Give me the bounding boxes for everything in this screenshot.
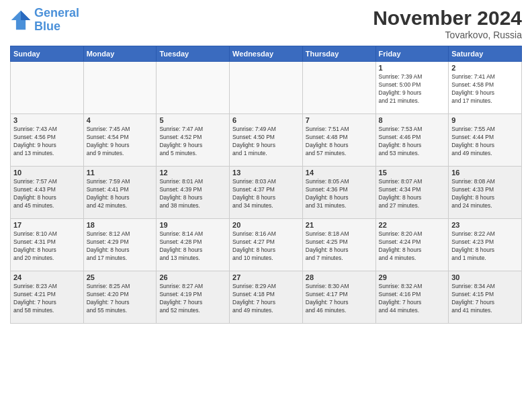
col-tuesday: Tuesday (157, 46, 230, 62)
day-info: Sunrise: 8:34 AMSunset: 4:15 PMDaylight:… (451, 283, 519, 315)
day-number: 12 (159, 169, 226, 177)
day-number: 1 (379, 64, 446, 72)
calendar-cell: 5Sunrise: 7:47 AMSunset: 4:52 PMDaylight… (157, 114, 230, 167)
calendar-cell: 29Sunrise: 8:32 AMSunset: 4:16 PMDayligh… (375, 271, 449, 324)
day-number: 16 (451, 169, 519, 177)
month-title: November 2024 (373, 7, 522, 30)
calendar-cell: 6Sunrise: 7:49 AMSunset: 4:50 PMDaylight… (230, 114, 303, 167)
day-number: 9 (451, 116, 519, 124)
calendar-cell: 22Sunrise: 8:20 AMSunset: 4:24 PMDayligh… (375, 219, 449, 271)
calendar-cell (11, 62, 84, 114)
day-info: Sunrise: 8:10 AMSunset: 4:31 PMDaylight:… (13, 230, 81, 263)
day-number: 10 (13, 169, 81, 177)
col-saturday: Saturday (449, 46, 522, 62)
calendar-cell: 27Sunrise: 8:29 AMSunset: 4:18 PMDayligh… (230, 271, 303, 324)
col-thursday: Thursday (302, 46, 375, 62)
day-info: Sunrise: 7:45 AMSunset: 4:54 PMDaylight:… (87, 126, 154, 158)
calendar-row-2: 3Sunrise: 7:43 AMSunset: 4:56 PMDaylight… (11, 114, 522, 167)
day-info: Sunrise: 8:08 AMSunset: 4:33 PMDaylight:… (451, 178, 519, 210)
day-info: Sunrise: 8:16 AMSunset: 4:27 PMDaylight:… (232, 230, 300, 263)
day-number: 21 (306, 221, 373, 229)
calendar-cell: 10Sunrise: 7:57 AMSunset: 4:43 PMDayligh… (11, 167, 84, 219)
day-number: 22 (379, 221, 446, 229)
day-info: Sunrise: 8:12 AMSunset: 4:29 PMDaylight:… (87, 230, 154, 263)
day-number: 26 (159, 273, 226, 281)
title-block: November 2024 Tovarkovo, Russia (373, 7, 522, 40)
day-number: 15 (379, 169, 446, 177)
calendar-cell (83, 62, 157, 114)
calendar-cell: 14Sunrise: 8:05 AMSunset: 4:36 PMDayligh… (302, 167, 375, 219)
calendar-cell: 19Sunrise: 8:14 AMSunset: 4:28 PMDayligh… (157, 219, 230, 271)
logo-text: General Blue (34, 7, 79, 34)
day-number: 8 (379, 116, 446, 124)
calendar-cell (302, 62, 375, 114)
day-info: Sunrise: 7:51 AMSunset: 4:48 PMDaylight:… (306, 126, 373, 158)
calendar-cell: 17Sunrise: 8:10 AMSunset: 4:31 PMDayligh… (11, 219, 84, 271)
day-info: Sunrise: 8:27 AMSunset: 4:19 PMDaylight:… (159, 283, 226, 315)
day-number: 25 (87, 273, 154, 281)
day-info: Sunrise: 7:47 AMSunset: 4:52 PMDaylight:… (159, 126, 226, 158)
calendar-row-3: 10Sunrise: 7:57 AMSunset: 4:43 PMDayligh… (11, 167, 522, 219)
day-info: Sunrise: 8:32 AMSunset: 4:16 PMDaylight:… (379, 283, 446, 315)
calendar-cell: 1Sunrise: 7:39 AMSunset: 5:00 PMDaylight… (375, 62, 449, 114)
day-info: Sunrise: 7:39 AMSunset: 5:00 PMDaylight:… (379, 73, 446, 105)
day-info: Sunrise: 7:53 AMSunset: 4:46 PMDaylight:… (379, 126, 446, 158)
day-info: Sunrise: 7:55 AMSunset: 4:44 PMDaylight:… (451, 126, 519, 158)
calendar-cell: 28Sunrise: 8:30 AMSunset: 4:17 PMDayligh… (302, 271, 375, 324)
day-info: Sunrise: 8:25 AMSunset: 4:20 PMDaylight:… (87, 283, 154, 315)
logo-icon (10, 9, 32, 31)
day-number: 27 (232, 273, 300, 281)
calendar-cell: 24Sunrise: 8:23 AMSunset: 4:21 PMDayligh… (11, 271, 84, 324)
calendar-cell: 20Sunrise: 8:16 AMSunset: 4:27 PMDayligh… (230, 219, 303, 271)
day-info: Sunrise: 8:14 AMSunset: 4:28 PMDaylight:… (159, 230, 226, 263)
day-number: 14 (306, 169, 373, 177)
calendar-cell: 16Sunrise: 8:08 AMSunset: 4:33 PMDayligh… (449, 167, 522, 219)
day-info: Sunrise: 8:29 AMSunset: 4:18 PMDaylight:… (232, 283, 300, 315)
logo-line1: General (34, 6, 79, 19)
day-info: Sunrise: 8:23 AMSunset: 4:21 PMDaylight:… (13, 283, 81, 315)
calendar-row-1: 1Sunrise: 7:39 AMSunset: 5:00 PMDaylight… (11, 62, 522, 114)
logo-line2: Blue (34, 19, 60, 33)
calendar-cell: 8Sunrise: 7:53 AMSunset: 4:46 PMDaylight… (375, 114, 449, 167)
calendar-cell: 2Sunrise: 7:41 AMSunset: 4:58 PMDaylight… (449, 62, 522, 114)
day-info: Sunrise: 7:41 AMSunset: 4:58 PMDaylight:… (451, 73, 519, 105)
day-number: 19 (159, 221, 226, 229)
day-info: Sunrise: 7:59 AMSunset: 4:41 PMDaylight:… (87, 178, 154, 210)
calendar-cell: 7Sunrise: 7:51 AMSunset: 4:48 PMDaylight… (302, 114, 375, 167)
calendar-cell: 30Sunrise: 8:34 AMSunset: 4:15 PMDayligh… (449, 271, 522, 324)
calendar-cell: 11Sunrise: 7:59 AMSunset: 4:41 PMDayligh… (83, 167, 157, 219)
day-number: 6 (232, 116, 300, 124)
day-number: 3 (13, 116, 81, 124)
day-number: 11 (87, 169, 154, 177)
day-info: Sunrise: 8:18 AMSunset: 4:25 PMDaylight:… (306, 230, 373, 263)
calendar-cell (230, 62, 303, 114)
calendar-row-5: 24Sunrise: 8:23 AMSunset: 4:21 PMDayligh… (11, 271, 522, 324)
calendar-cell: 26Sunrise: 8:27 AMSunset: 4:19 PMDayligh… (157, 271, 230, 324)
day-info: Sunrise: 7:57 AMSunset: 4:43 PMDaylight:… (13, 178, 81, 210)
day-number: 7 (306, 116, 373, 124)
day-number: 29 (379, 273, 446, 281)
header: General Blue November 2024 Tovarkovo, Ru… (10, 7, 522, 40)
header-row: Sunday Monday Tuesday Wednesday Thursday… (11, 46, 522, 62)
col-monday: Monday (83, 46, 157, 62)
day-info: Sunrise: 8:07 AMSunset: 4:34 PMDaylight:… (379, 178, 446, 210)
day-number: 20 (232, 221, 300, 229)
day-info: Sunrise: 8:30 AMSunset: 4:17 PMDaylight:… (306, 283, 373, 315)
day-info: Sunrise: 7:49 AMSunset: 4:50 PMDaylight:… (232, 126, 300, 158)
calendar-row-4: 17Sunrise: 8:10 AMSunset: 4:31 PMDayligh… (11, 219, 522, 271)
day-number: 28 (306, 273, 373, 281)
col-sunday: Sunday (11, 46, 84, 62)
calendar-cell: 23Sunrise: 8:22 AMSunset: 4:23 PMDayligh… (449, 219, 522, 271)
calendar-cell: 21Sunrise: 8:18 AMSunset: 4:25 PMDayligh… (302, 219, 375, 271)
day-number: 5 (159, 116, 226, 124)
day-number: 23 (451, 221, 519, 229)
day-number: 13 (232, 169, 300, 177)
calendar-cell: 9Sunrise: 7:55 AMSunset: 4:44 PMDaylight… (449, 114, 522, 167)
calendar-cell: 13Sunrise: 8:03 AMSunset: 4:37 PMDayligh… (230, 167, 303, 219)
day-info: Sunrise: 8:20 AMSunset: 4:24 PMDaylight:… (379, 230, 446, 263)
col-wednesday: Wednesday (230, 46, 303, 62)
day-info: Sunrise: 8:03 AMSunset: 4:37 PMDaylight:… (232, 178, 300, 210)
svg-marker-1 (21, 11, 30, 20)
calendar-cell: 25Sunrise: 8:25 AMSunset: 4:20 PMDayligh… (83, 271, 157, 324)
day-info: Sunrise: 7:43 AMSunset: 4:56 PMDaylight:… (13, 126, 81, 158)
